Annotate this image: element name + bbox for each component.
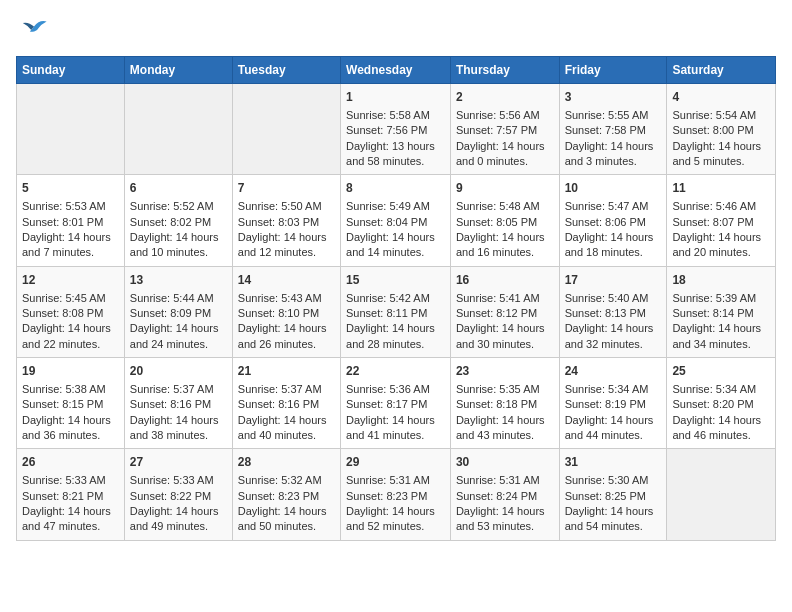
day-info: and 36 minutes. (22, 428, 119, 443)
day-info: and 50 minutes. (238, 519, 335, 534)
day-info: and 28 minutes. (346, 337, 445, 352)
page-header (16, 16, 776, 44)
day-info: and 34 minutes. (672, 337, 770, 352)
day-number: 10 (565, 180, 662, 197)
col-header-sunday: Sunday (17, 57, 125, 84)
day-info: and 20 minutes. (672, 245, 770, 260)
day-info: Daylight: 14 hours (565, 504, 662, 519)
day-number: 28 (238, 454, 335, 471)
day-info: Daylight: 14 hours (456, 504, 554, 519)
day-info: Sunset: 8:15 PM (22, 397, 119, 412)
day-info: Sunrise: 5:34 AM (672, 382, 770, 397)
day-number: 2 (456, 89, 554, 106)
day-number: 12 (22, 272, 119, 289)
day-info: Sunset: 8:11 PM (346, 306, 445, 321)
calendar-cell: 13Sunrise: 5:44 AMSunset: 8:09 PMDayligh… (124, 266, 232, 357)
calendar-cell: 8Sunrise: 5:49 AMSunset: 8:04 PMDaylight… (341, 175, 451, 266)
day-info: Sunset: 8:16 PM (238, 397, 335, 412)
calendar-body: 1Sunrise: 5:58 AMSunset: 7:56 PMDaylight… (17, 84, 776, 541)
day-info: Sunrise: 5:47 AM (565, 199, 662, 214)
calendar-cell: 30Sunrise: 5:31 AMSunset: 8:24 PMDayligh… (450, 449, 559, 540)
day-info: Daylight: 14 hours (22, 230, 119, 245)
calendar-cell: 11Sunrise: 5:46 AMSunset: 8:07 PMDayligh… (667, 175, 776, 266)
day-number: 30 (456, 454, 554, 471)
day-number: 1 (346, 89, 445, 106)
day-info: Sunrise: 5:32 AM (238, 473, 335, 488)
day-info: Sunrise: 5:34 AM (565, 382, 662, 397)
day-number: 3 (565, 89, 662, 106)
day-info: Sunrise: 5:40 AM (565, 291, 662, 306)
day-number: 31 (565, 454, 662, 471)
day-info: Sunrise: 5:41 AM (456, 291, 554, 306)
day-info: Sunset: 8:12 PM (456, 306, 554, 321)
day-info: and 3 minutes. (565, 154, 662, 169)
day-info: Sunrise: 5:42 AM (346, 291, 445, 306)
day-info: Daylight: 14 hours (22, 321, 119, 336)
day-info: and 5 minutes. (672, 154, 770, 169)
day-info: and 43 minutes. (456, 428, 554, 443)
day-info: and 7 minutes. (22, 245, 119, 260)
day-info: and 49 minutes. (130, 519, 227, 534)
day-info: Daylight: 14 hours (130, 230, 227, 245)
day-info: Daylight: 14 hours (565, 230, 662, 245)
day-info: and 44 minutes. (565, 428, 662, 443)
day-info: Sunset: 8:17 PM (346, 397, 445, 412)
col-header-friday: Friday (559, 57, 667, 84)
day-info: Daylight: 14 hours (672, 413, 770, 428)
day-info: and 47 minutes. (22, 519, 119, 534)
day-info: Sunrise: 5:50 AM (238, 199, 335, 214)
day-info: Sunset: 8:02 PM (130, 215, 227, 230)
day-info: Daylight: 14 hours (130, 413, 227, 428)
day-info: Daylight: 14 hours (456, 321, 554, 336)
day-info: Sunrise: 5:33 AM (22, 473, 119, 488)
day-info: and 26 minutes. (238, 337, 335, 352)
day-info: Sunrise: 5:58 AM (346, 108, 445, 123)
day-info: and 41 minutes. (346, 428, 445, 443)
calendar-week-4: 19Sunrise: 5:38 AMSunset: 8:15 PMDayligh… (17, 358, 776, 449)
calendar-cell: 31Sunrise: 5:30 AMSunset: 8:25 PMDayligh… (559, 449, 667, 540)
day-info: Daylight: 13 hours (346, 139, 445, 154)
day-info: Sunrise: 5:45 AM (22, 291, 119, 306)
calendar-cell: 1Sunrise: 5:58 AMSunset: 7:56 PMDaylight… (341, 84, 451, 175)
day-info: Daylight: 14 hours (565, 413, 662, 428)
calendar-cell (17, 84, 125, 175)
col-header-thursday: Thursday (450, 57, 559, 84)
day-info: and 32 minutes. (565, 337, 662, 352)
calendar-cell: 26Sunrise: 5:33 AMSunset: 8:21 PMDayligh… (17, 449, 125, 540)
calendar-cell: 21Sunrise: 5:37 AMSunset: 8:16 PMDayligh… (232, 358, 340, 449)
calendar-cell: 3Sunrise: 5:55 AMSunset: 7:58 PMDaylight… (559, 84, 667, 175)
day-info: Daylight: 14 hours (565, 321, 662, 336)
day-info: Sunrise: 5:38 AM (22, 382, 119, 397)
day-info: Daylight: 14 hours (346, 413, 445, 428)
calendar-cell (232, 84, 340, 175)
col-header-monday: Monday (124, 57, 232, 84)
day-info: and 46 minutes. (672, 428, 770, 443)
day-info: Sunrise: 5:31 AM (456, 473, 554, 488)
day-info: and 40 minutes. (238, 428, 335, 443)
day-info: Daylight: 14 hours (565, 139, 662, 154)
day-number: 14 (238, 272, 335, 289)
day-info: and 54 minutes. (565, 519, 662, 534)
day-info: Daylight: 14 hours (672, 230, 770, 245)
day-info: and 0 minutes. (456, 154, 554, 169)
col-header-wednesday: Wednesday (341, 57, 451, 84)
day-number: 23 (456, 363, 554, 380)
day-info: Sunrise: 5:55 AM (565, 108, 662, 123)
calendar-cell: 12Sunrise: 5:45 AMSunset: 8:08 PMDayligh… (17, 266, 125, 357)
calendar-cell: 10Sunrise: 5:47 AMSunset: 8:06 PMDayligh… (559, 175, 667, 266)
col-header-saturday: Saturday (667, 57, 776, 84)
day-info: Sunset: 8:25 PM (565, 489, 662, 504)
day-number: 27 (130, 454, 227, 471)
day-info: Daylight: 14 hours (456, 230, 554, 245)
calendar-cell: 19Sunrise: 5:38 AMSunset: 8:15 PMDayligh… (17, 358, 125, 449)
day-info: Sunrise: 5:37 AM (238, 382, 335, 397)
logo (16, 16, 48, 44)
calendar-cell: 23Sunrise: 5:35 AMSunset: 8:18 PMDayligh… (450, 358, 559, 449)
calendar-cell (124, 84, 232, 175)
day-info: Daylight: 14 hours (346, 230, 445, 245)
day-info: Daylight: 14 hours (238, 321, 335, 336)
calendar-cell: 15Sunrise: 5:42 AMSunset: 8:11 PMDayligh… (341, 266, 451, 357)
day-info: Sunrise: 5:43 AM (238, 291, 335, 306)
day-info: Daylight: 14 hours (456, 413, 554, 428)
calendar-cell: 7Sunrise: 5:50 AMSunset: 8:03 PMDaylight… (232, 175, 340, 266)
